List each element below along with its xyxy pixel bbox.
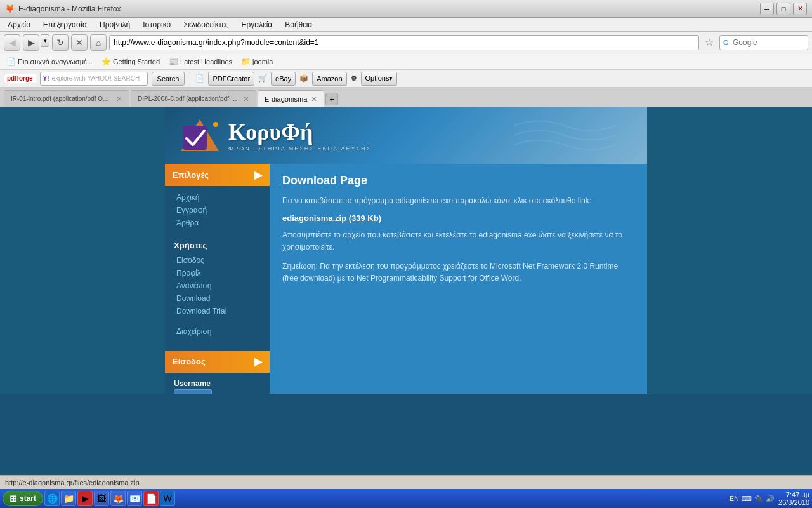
logo-box: ΚορυΦή ΦΡΟΝΤΙΣΤΗΡΙΑ ΜΕΣΗΣ ΕΚΠΑΙΔΕΥΣΗΣ: [178, 113, 371, 157]
tab-0[interactable]: IR-01-intro.pdf (application/pdf Obj... …: [4, 90, 129, 107]
search-input[interactable]: [719, 35, 808, 50]
sidebar-item-refresh[interactable]: Ανανέωση: [165, 279, 270, 292]
pdf-icon: 📄: [195, 74, 204, 83]
menu-tools[interactable]: Εργαλεία: [237, 19, 278, 30]
pdf-creator-button[interactable]: PDFCreator: [208, 72, 254, 86]
forward-button[interactable]: ▶: [23, 34, 39, 51]
sidebar-section-1-title: Επιλογές: [173, 170, 209, 180]
sidebar-section-1-header: Επιλογές ▶: [165, 164, 270, 186]
bookmark-frequent[interactable]: 📄 Πιο συχνά αναγνωσμέ...: [4, 56, 95, 67]
status-bar: http://e-diagonisma.gr/files/ediagonisma…: [0, 475, 812, 489]
stop-button[interactable]: ✕: [71, 34, 88, 51]
ebay-icon: 🛒: [258, 74, 267, 83]
yahoo-icon: Y!: [43, 75, 49, 82]
login-form: Username Password Είσοδος: [165, 373, 270, 394]
site-header: ΚορυΦή ΦΡΟΝΤΙΣΤΗΡΙΑ ΜΕΣΗΣ ΕΚΠΑΙΔΕΥΣΗΣ: [165, 107, 647, 164]
tab-2-close[interactable]: ✕: [311, 95, 317, 104]
tab-1-close[interactable]: ✕: [243, 95, 249, 104]
browser-content: ΚορυΦή ΦΡΟΝΤΙΣΤΗΡΙΑ ΜΕΣΗΣ ΕΚΠΑΙΔΕΥΣΗΣ Επ…: [0, 107, 812, 394]
taskbar-explorer[interactable]: 📁: [61, 491, 76, 506]
bookmark-joomla-icon: 📁: [241, 57, 251, 66]
language-indicator: EN: [730, 495, 739, 502]
tab-2[interactable]: E-diagonisma ✕: [258, 90, 324, 107]
bookmarks-bar: 📄 Πιο συχνά αναγνωσμέ... ⭐ Getting Start…: [0, 53, 812, 70]
amazon-icon: 📦: [299, 74, 308, 83]
tab-0-label: IR-01-intro.pdf (application/pdf Obj...: [11, 95, 112, 102]
volume-icon[interactable]: 🔊: [766, 495, 775, 503]
home-button[interactable]: ⌂: [90, 34, 107, 51]
title-bar-controls: ─ □ ✕: [760, 3, 807, 15]
taskbar-pdf[interactable]: 📄: [143, 491, 159, 506]
clock: 7:47 μμ 26/8/2010: [778, 491, 809, 506]
back-button[interactable]: ◀: [4, 34, 20, 51]
taskbar-ie[interactable]: 🌐: [44, 491, 60, 506]
sidebar-item-profile[interactable]: Προφίλ: [165, 267, 270, 279]
content-area: Download Page Για να κατεβάσετε το πρόγρ…: [270, 164, 647, 394]
network-icon: 🔌: [754, 495, 763, 503]
forward-dropdown[interactable]: ▾: [41, 34, 49, 47]
taskbar-firefox[interactable]: 🦊: [110, 491, 126, 506]
bookmark-getting-started[interactable]: ⭐ Getting Started: [99, 56, 162, 67]
sidebar-arrow-1: ▶: [254, 169, 262, 181]
main-layout: Επιλογές ▶ Αρχική Εγγραφή Άρθρα Χρήστες …: [165, 164, 647, 394]
amazon-button[interactable]: Amazon: [312, 72, 346, 86]
search-button[interactable]: Search: [152, 72, 185, 86]
yahoo-placeholder-text: explore with YAHOO! SEARCH: [52, 75, 140, 82]
taskbar-photos[interactable]: 🖼: [94, 491, 109, 506]
tab-2-label: E-diagonisma: [265, 95, 307, 103]
bookmark-latest-headlines[interactable]: 📰 Latest Headlines: [166, 56, 235, 67]
menu-view[interactable]: Προβολή: [95, 19, 135, 30]
sidebar-item-articles[interactable]: Άρθρα: [165, 217, 270, 229]
sidebar-item-admin[interactable]: Διαχείριση: [165, 325, 270, 338]
content-note: Σημείωση: Για την εκτέλεση του προγράμμα…: [282, 260, 634, 284]
sidebar: Επιλογές ▶ Αρχική Εγγραφή Άρθρα Χρήστες …: [165, 164, 270, 394]
address-bar[interactable]: [109, 35, 699, 50]
taskbar-right: EN ⌨ 🔌 🔊 7:47 μμ 26/8/2010: [730, 491, 809, 506]
tab-0-close[interactable]: ✕: [116, 95, 122, 104]
close-button[interactable]: ✕: [793, 3, 807, 15]
yahoo-search-box[interactable]: Y! explore with YAHOO! SEARCH: [40, 72, 148, 86]
username-input[interactable]: [174, 389, 212, 394]
sidebar-spacer-2: [165, 318, 270, 325]
sidebar-item-login[interactable]: Είσοδος: [165, 254, 270, 267]
svg-point-2: [213, 122, 218, 127]
google-search-container: G: [719, 35, 808, 50]
bookmark-star-button[interactable]: ☆: [702, 35, 717, 50]
start-button[interactable]: ⊞ start: [3, 491, 43, 506]
minimize-button[interactable]: ─: [760, 3, 774, 15]
sidebar-spacer-1: [165, 229, 270, 237]
menu-history[interactable]: Ιστορικό: [138, 19, 176, 30]
username-label: Username: [174, 379, 261, 388]
sidebar-item-register[interactable]: Εγγραφή: [165, 204, 270, 217]
sidebar-item-download-trial[interactable]: Download Trial: [165, 305, 270, 318]
download-link[interactable]: ediagonisma.zip (339 Kb): [282, 213, 381, 223]
new-tab-button[interactable]: +: [325, 93, 338, 105]
login-section: Είσοδος ▶ Username Password Είσοδος: [165, 351, 270, 394]
bookmark-headlines-icon: 📰: [169, 57, 178, 66]
title-bar-left: 🦊 E-diagonisma - Mozilla Firefox: [5, 4, 121, 13]
menu-help[interactable]: Βοήθεια: [280, 19, 317, 30]
sidebar-item-home[interactable]: Αρχική: [165, 191, 270, 204]
sidebar-item-download[interactable]: Download: [165, 292, 270, 305]
firefox-icon: 🦊: [5, 4, 15, 13]
logo-text-box: ΚορυΦή ΦΡΟΝΤΙΣΤΗΡΙΑ ΜΕΣΗΣ ΕΚΠΑΙΔΕΥΣΗΣ: [228, 119, 371, 152]
taskbar-outlook[interactable]: 📧: [127, 491, 142, 506]
taskbar-word[interactable]: W: [160, 491, 175, 506]
start-label: start: [20, 494, 36, 503]
reload-button[interactable]: ↻: [52, 34, 69, 51]
maximize-button[interactable]: □: [776, 3, 790, 15]
taskbar-media[interactable]: ▶: [77, 491, 93, 506]
menu-bookmarks[interactable]: Σελιδοδείκτες: [178, 19, 233, 30]
menu-file[interactable]: Αρχείο: [3, 19, 36, 30]
sidebar-nav: Αρχική Εγγραφή Άρθρα Χρήστες Είσοδος Προ…: [165, 186, 270, 343]
options-button[interactable]: Options▾: [361, 72, 398, 86]
bookmark-frequent-icon: 📄: [6, 57, 16, 66]
tab-1[interactable]: DIPL-2008-8.pdf (application/pdf O... ✕: [131, 90, 256, 107]
menu-edit[interactable]: Επεξεργασία: [38, 19, 92, 30]
taskbar-system-icons: EN ⌨ 🔌 🔊: [730, 495, 775, 503]
ebay-button[interactable]: eBay: [271, 72, 296, 86]
sidebar-users-header: Χρήστες: [165, 237, 270, 254]
bookmark-joomla[interactable]: 📁 joomla: [239, 56, 275, 67]
content-instruction: Αποσυμπιέστε το αρχείο που κατεβάσατε κα…: [282, 229, 634, 253]
logo-subtitle: ΦΡΟΝΤΙΣΤΗΡΙΑ ΜΕΣΗΣ ΕΚΠΑΙΔΕΥΣΗΣ: [228, 145, 371, 152]
